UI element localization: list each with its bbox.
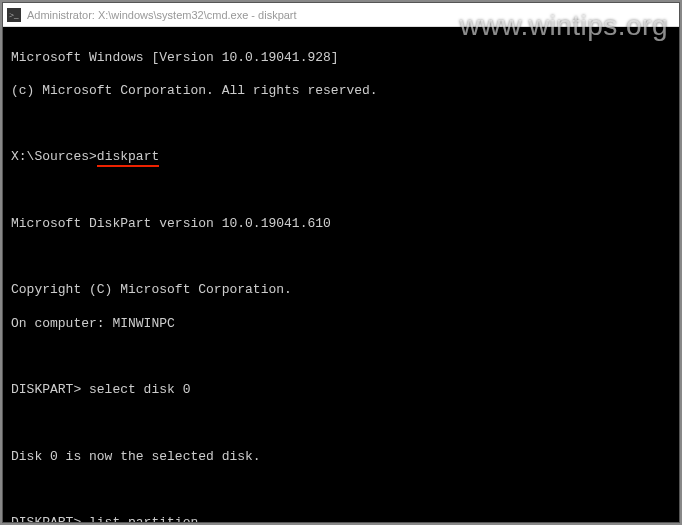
cmd-diskpart: diskpart (97, 149, 159, 167)
cmd-window: >_ Administrator: X:\windows\system32\cm… (2, 2, 680, 523)
cmd-list-partition: list partition (89, 515, 198, 522)
svg-text:>_: >_ (9, 10, 19, 20)
prompt-list-partition: DISKPART> list partition (11, 515, 671, 522)
prompt-select-disk: DISKPART> select disk 0 (11, 382, 671, 399)
os-version: Microsoft Windows [Version 10.0.19041.92… (11, 50, 671, 67)
dp-computer: On computer: MINWINPC (11, 316, 671, 333)
titlebar[interactable]: >_ Administrator: X:\windows\system32\cm… (3, 3, 679, 27)
window-title: Administrator: X:\windows\system32\cmd.e… (27, 9, 297, 21)
os-copyright: (c) Microsoft Corporation. All rights re… (11, 83, 671, 100)
dp-copyright: Copyright (C) Microsoft Corporation. (11, 282, 671, 299)
dp-version: Microsoft DiskPart version 10.0.19041.61… (11, 216, 671, 233)
select-disk-result: Disk 0 is now the selected disk. (11, 449, 671, 466)
cmd-icon: >_ (7, 8, 21, 22)
terminal-output[interactable]: Microsoft Windows [Version 10.0.19041.92… (3, 27, 679, 522)
prompt-diskpart: X:\Sources>diskpart (11, 149, 671, 166)
